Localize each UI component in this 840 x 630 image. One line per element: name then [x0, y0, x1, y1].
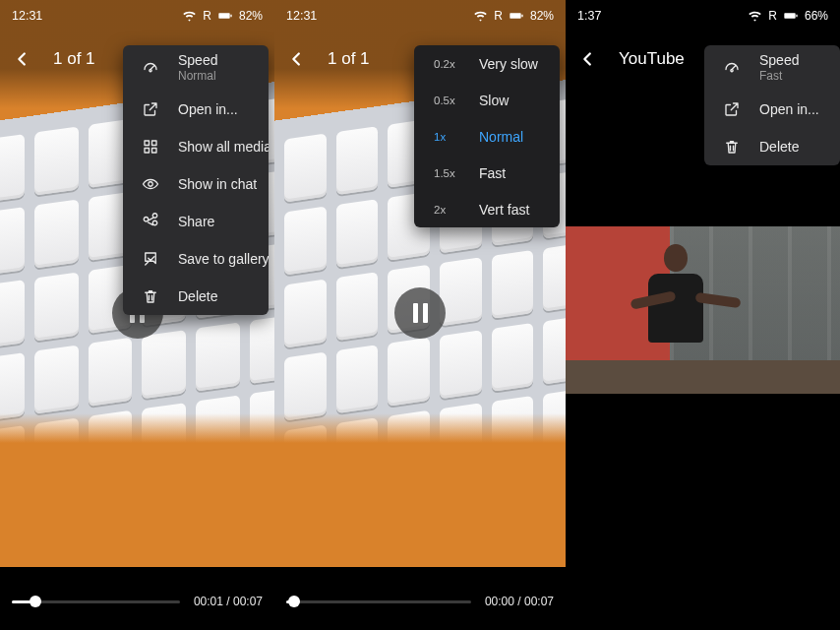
menu-item-delete[interactable]: Delete — [123, 278, 269, 315]
trash-icon — [722, 137, 742, 157]
speed-label: Very slow — [479, 56, 538, 72]
share-icon — [141, 212, 160, 231]
speed-label: Fast — [479, 165, 506, 181]
menu-item-label: Speed — [759, 52, 799, 69]
status-bar: 12:31 R 82% — [274, 0, 566, 32]
menu-item-save-to-gallery[interactable]: Save to gallery — [123, 240, 269, 278]
wifi-icon — [182, 9, 197, 24]
seek-track[interactable] — [12, 600, 180, 603]
speed-option-0.2[interactable]: 0.2x Very slow — [414, 45, 560, 82]
status-bar: 12:31 R 82% — [0, 0, 274, 32]
status-network: R — [494, 9, 503, 23]
menu-item-label: Show in chat — [178, 176, 257, 193]
status-battery: 82% — [239, 9, 263, 23]
menu-item-show-all-media[interactable]: Show all media — [123, 128, 269, 165]
menu-item-label: Save to gallery — [178, 251, 269, 268]
status-network: R — [203, 9, 211, 23]
speed-option-2[interactable]: 2x Vert fast — [414, 191, 560, 227]
speed-label: Slow — [479, 93, 509, 108]
speed-multiplier: 0.2x — [434, 58, 463, 70]
seek-bar[interactable]: 00:00 / 00:07 — [286, 595, 554, 608]
speed-icon — [722, 58, 742, 78]
page-title: 1 of 1 — [53, 49, 95, 69]
back-button[interactable] — [286, 48, 308, 70]
menu-item-open-in[interactable]: Open in... — [123, 91, 269, 128]
menu-item-label: Show all media — [178, 139, 269, 156]
speed-menu: 0.2x Very slow 0.5x Slow 1x Normal 1.5x … — [414, 45, 560, 227]
context-menu: Speed Normal Open in... Show all media S… — [123, 45, 269, 315]
menu-item-sublabel: Normal — [178, 69, 217, 83]
battery-icon — [217, 8, 233, 24]
save-image-icon — [141, 249, 160, 269]
open-in-icon — [141, 99, 160, 119]
menu-item-share[interactable]: Share — [123, 203, 269, 240]
back-button[interactable] — [577, 48, 599, 70]
grid-icon — [141, 137, 160, 157]
video-frame[interactable] — [566, 226, 840, 394]
eye-icon — [141, 174, 160, 194]
menu-item-label: Delete — [759, 139, 799, 156]
context-menu: Speed Fast Open in... Delete — [704, 45, 840, 165]
menu-item-show-in-chat[interactable]: Show in chat — [123, 165, 269, 203]
status-time: 1:37 — [577, 9, 601, 23]
speed-label: Normal — [479, 129, 523, 145]
menu-item-delete[interactable]: Delete — [704, 128, 840, 165]
status-bar: 1:37 R 66% — [566, 0, 840, 32]
speed-option-1[interactable]: 1x Normal — [414, 118, 560, 155]
status-battery: 82% — [530, 9, 554, 23]
speed-option-0.5[interactable]: 0.5x Slow — [414, 82, 560, 118]
menu-item-label: Open in... — [178, 101, 238, 118]
time-label: 00:00 / 00:07 — [485, 595, 554, 608]
speed-option-1.5[interactable]: 1.5x Fast — [414, 155, 560, 191]
screenshot-panel-1: 12:31 R 82% 1 of 1 00:01 / 00:07 Speed N… — [0, 0, 274, 630]
back-button[interactable] — [12, 48, 33, 70]
battery-icon — [783, 8, 799, 24]
screenshot-panel-3: 1:37 R 66% YouTube Speed Fast Open in... — [566, 0, 840, 630]
open-in-icon — [722, 99, 742, 119]
menu-item-label: Delete — [178, 288, 217, 305]
page-title: YouTube — [619, 49, 685, 69]
menu-item-label: Speed — [178, 52, 217, 69]
speed-multiplier: 2x — [434, 204, 463, 216]
status-network: R — [768, 9, 777, 23]
page-title: 1 of 1 — [328, 49, 370, 69]
speed-multiplier: 1x — [434, 131, 463, 143]
status-battery: 66% — [805, 9, 828, 23]
battery-icon — [509, 8, 524, 24]
trash-icon — [141, 286, 160, 306]
speed-icon — [141, 58, 160, 78]
menu-item-speed[interactable]: Speed Normal — [123, 45, 269, 91]
speed-multiplier: 0.5x — [434, 94, 463, 106]
pause-button[interactable] — [394, 287, 446, 339]
time-label: 00:01 / 00:07 — [194, 595, 263, 608]
menu-item-sublabel: Fast — [759, 69, 799, 83]
wifi-icon — [748, 9, 762, 24]
wifi-icon — [473, 9, 488, 24]
status-time: 12:31 — [12, 9, 42, 23]
speed-multiplier: 1.5x — [434, 167, 463, 179]
speed-label: Vert fast — [479, 202, 529, 218]
menu-item-speed[interactable]: Speed Fast — [704, 45, 840, 91]
seek-track[interactable] — [286, 600, 471, 603]
menu-item-label: Open in... — [759, 101, 819, 118]
seek-bar[interactable]: 00:01 / 00:07 — [12, 595, 263, 608]
menu-item-open-in[interactable]: Open in... — [704, 91, 840, 128]
menu-item-label: Share — [178, 214, 214, 230]
status-time: 12:31 — [286, 9, 317, 23]
screenshot-panel-2: 12:31 R 82% 1 of 1 00:00 / 00:07 0.2x Ve… — [274, 0, 566, 630]
